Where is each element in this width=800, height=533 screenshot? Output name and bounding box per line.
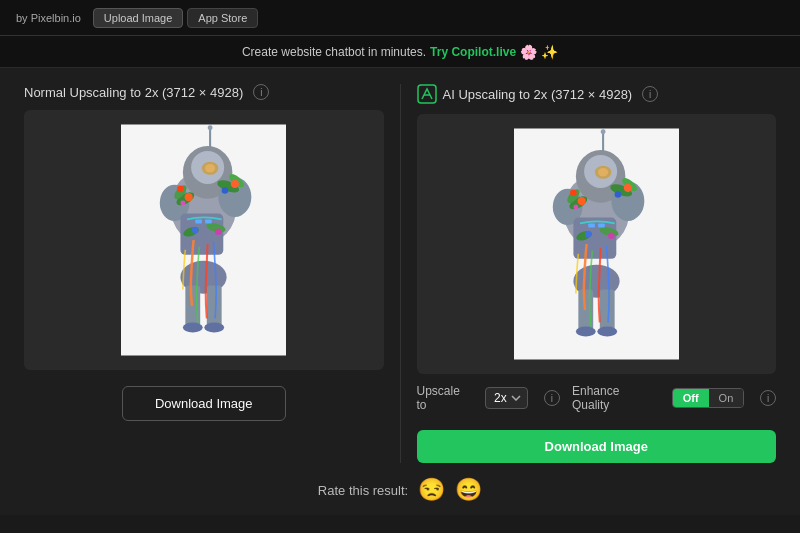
top-bar-left: by Pixelbin.io Upload Image App Store [16, 8, 258, 28]
svg-point-60 [600, 129, 605, 134]
svg-point-55 [614, 191, 621, 198]
top-bar: by Pixelbin.io Upload Image App Store [0, 0, 800, 36]
banner-emoji-2: ✨ [541, 44, 558, 60]
svg-point-53 [570, 190, 577, 197]
panel-right: AI Upscaling to 2x (3712 × 4928) i [400, 84, 777, 463]
enhance-info-icon[interactable]: i [760, 390, 776, 406]
svg-point-5 [205, 164, 215, 172]
svg-point-25 [215, 228, 222, 235]
svg-point-26 [181, 200, 186, 205]
svg-point-12 [183, 323, 203, 333]
rate-label: Rate this result: [318, 483, 408, 498]
enhance-toggle-group: Off On [672, 388, 744, 408]
sad-rating-button[interactable]: 😒 [418, 477, 445, 503]
left-info-icon[interactable]: i [253, 84, 269, 100]
svg-point-21 [177, 186, 184, 193]
svg-point-20 [185, 193, 193, 201]
svg-point-24 [192, 227, 199, 234]
toggle-on-button[interactable]: On [709, 389, 744, 407]
banner-emoji-1: 🌸 [520, 44, 537, 60]
left-panel-header: Normal Upscaling to 2x (3712 × 4928) i [24, 84, 384, 100]
left-download-button[interactable]: Download Image [122, 386, 286, 421]
svg-rect-30 [205, 219, 212, 223]
upscale-info-icon[interactable]: i [544, 390, 560, 406]
left-image-container [24, 110, 384, 370]
svg-point-37 [598, 168, 608, 176]
svg-point-52 [577, 197, 585, 205]
left-download-area: Download Image [24, 378, 384, 421]
upscale-label: Upscale to [417, 384, 473, 412]
svg-rect-29 [196, 219, 203, 223]
ai-upscale-icon [417, 84, 437, 104]
svg-rect-61 [588, 223, 595, 227]
right-panel-title: AI Upscaling to 2x (3712 × 4928) [443, 87, 633, 102]
right-image-container [417, 114, 777, 374]
enhance-label: Enhance Quality [572, 384, 660, 412]
svg-point-44 [576, 327, 596, 337]
happy-rating-button[interactable]: 😄 [455, 477, 482, 503]
comparison-row: Normal Upscaling to 2x (3712 × 4928) i [24, 84, 776, 463]
toggle-off-button[interactable]: Off [673, 389, 709, 407]
main-content: Normal Upscaling to 2x (3712 × 4928) i [0, 68, 800, 515]
right-panel-header: AI Upscaling to 2x (3712 × 4928) i [417, 84, 777, 104]
left-panel-title: Normal Upscaling to 2x (3712 × 4928) [24, 85, 243, 100]
svg-rect-11 [207, 285, 222, 326]
svg-rect-62 [598, 223, 605, 227]
nav-tabs: Upload Image App Store [93, 8, 258, 28]
tab-upload-image[interactable]: Upload Image [93, 8, 184, 28]
logo-text: by Pixelbin.io [16, 12, 81, 24]
svg-point-23 [222, 187, 229, 194]
svg-point-57 [608, 232, 615, 239]
upscale-select[interactable]: 2x 4x [485, 387, 528, 409]
tab-app-store[interactable]: App Store [187, 8, 258, 28]
right-robot-image [514, 119, 679, 369]
svg-rect-43 [600, 289, 615, 330]
panel-left: Normal Upscaling to 2x (3712 × 4928) i [24, 84, 400, 463]
rate-row: Rate this result: 😒 😄 [24, 477, 776, 503]
left-robot-image [121, 115, 286, 365]
svg-point-56 [585, 231, 592, 238]
svg-point-22 [231, 180, 239, 188]
svg-point-13 [205, 323, 225, 333]
right-download-button[interactable]: Download Image [417, 430, 777, 463]
banner-text: Create website chatbot in minutes. [242, 45, 426, 59]
controls-row: Upscale to 2x 4x i Enhance Quality Off O… [417, 384, 777, 412]
right-info-icon[interactable]: i [642, 86, 658, 102]
banner-link[interactable]: Try Copilot.live [430, 45, 516, 59]
svg-point-58 [573, 204, 578, 209]
svg-point-54 [623, 184, 631, 192]
banner: Create website chatbot in minutes. Try C… [0, 36, 800, 68]
svg-point-28 [208, 125, 213, 130]
svg-point-45 [597, 327, 617, 337]
